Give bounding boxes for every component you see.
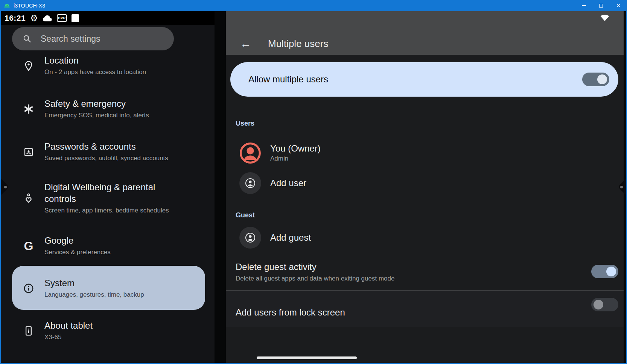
location-pin-icon — [20, 60, 38, 71]
window-controls: ✕ — [575, 0, 627, 11]
add-user-avatar — [239, 172, 261, 194]
android-app-icon — [4, 3, 10, 9]
left-edge-handle-dot — [4, 186, 7, 188]
remote-screen-window: i3TOUCH-X3 ✕ 16:21 ⚙ DVR Search settings — [0, 0, 627, 364]
allow-multiple-users-label: Allow multiple users — [248, 74, 328, 85]
search-placeholder: Search settings — [41, 34, 100, 44]
sidebar-item-subtitle: Saved passwords, autofill, synced accoun… — [44, 153, 168, 163]
multiple-users-panel: ← Multiple users Allow multiple users Us… — [226, 11, 624, 363]
android-status-bar: 16:21 ⚙ DVR — [0, 11, 215, 25]
clock: 16:21 — [5, 14, 26, 23]
sidebar-item-title: Digital Wellbeing & parental controls — [44, 181, 187, 205]
sidebar-item-google[interactable]: G Google Services & preferences — [20, 235, 205, 257]
sidebar-item-title: Passwords & accounts — [44, 141, 168, 152]
owner-title: You (Owner) — [270, 143, 321, 154]
sidebar-item-subtitle: Screen time, app timers, bedtime schedul… — [44, 206, 187, 215]
sidebar-item-subtitle: X3-65 — [44, 332, 93, 342]
lock-screen-section[interactable]: Add users from lock screen — [226, 291, 624, 327]
sidebar-item-subtitle: Languages, gestures, time, backup — [44, 290, 144, 299]
google-g-icon: G — [20, 240, 38, 252]
owner-avatar — [239, 142, 261, 164]
window-title: i3TOUCH-X3 — [14, 3, 45, 9]
add-user-label: Add user — [270, 177, 306, 189]
allow-multiple-users-row[interactable]: Allow multiple users — [230, 62, 618, 97]
toggle-knob — [594, 300, 603, 309]
delete-guest-activity-toggle[interactable] — [591, 265, 618, 278]
sidebar-item-location[interactable]: Location On - 2 apps have access to loca… — [20, 55, 205, 77]
info-circle-icon — [20, 283, 38, 294]
sidebar-item-subtitle: Emergency SOS, medical info, alerts — [44, 111, 149, 120]
settings-sidebar: 16:21 ⚙ DVR Search settings — [0, 11, 215, 363]
sidebar-item-subtitle: Services & preferences — [44, 247, 111, 257]
add-users-lock-screen-title: Add users from lock screen — [236, 306, 627, 318]
guest-section-header: Guest — [236, 211, 255, 219]
sidebar-item-title: Google — [44, 235, 111, 246]
navigation-handle[interactable] — [257, 356, 357, 359]
owner-user-row[interactable]: You (Owner) Admin — [239, 142, 321, 164]
sidebar-item-title: Location — [44, 55, 146, 66]
toggle-knob — [606, 267, 616, 276]
search-input[interactable]: Search settings — [12, 27, 174, 50]
owner-subtitle: Admin — [270, 154, 321, 163]
close-icon: ✕ — [616, 3, 621, 8]
sidebar-item-digital-wellbeing[interactable]: Digital Wellbeing & parental controls Sc… — [20, 181, 205, 215]
tablet-info-icon — [20, 325, 38, 337]
sidebar-item-title: About tablet — [44, 320, 93, 331]
delete-guest-activity-subtitle: Delete all guest apps and data when exit… — [236, 274, 574, 284]
window-titlebar: i3TOUCH-X3 ✕ — [0, 0, 627, 11]
minimize-button[interactable] — [575, 0, 592, 11]
close-button[interactable]: ✕ — [610, 0, 627, 11]
add-user-row[interactable]: Add user — [239, 172, 306, 194]
users-section-header: Users — [236, 120, 254, 127]
sidebar-item-about-tablet[interactable]: About tablet X3-65 — [20, 320, 205, 342]
sidebar-item-title: Safety & emergency — [44, 98, 149, 109]
maximize-button[interactable] — [592, 0, 610, 11]
allow-multiple-users-toggle[interactable] — [582, 73, 609, 86]
asterisk-icon — [20, 103, 38, 115]
add-guest-avatar — [239, 227, 261, 249]
page-header: ← Multiple users — [226, 11, 624, 55]
page-title: Multiple users — [268, 38, 328, 50]
dvr-badge-icon: DVR — [57, 14, 67, 22]
id-badge-icon — [20, 146, 38, 158]
add-users-lock-screen-toggle[interactable] — [591, 298, 618, 311]
toggle-knob — [597, 74, 607, 84]
sidebar-item-subtitle: On - 2 apps have access to location — [44, 67, 146, 77]
window-border-left — [0, 11, 1, 364]
wellbeing-heart-icon — [20, 193, 38, 204]
add-guest-label: Add guest — [270, 232, 311, 243]
cloud-icon — [43, 15, 52, 21]
minimize-icon — [582, 5, 586, 6]
screen-square-icon — [72, 14, 79, 22]
right-edge-handle-dot — [620, 186, 623, 188]
delete-guest-activity-title: Delete guest activity — [236, 261, 574, 273]
maximize-icon — [599, 4, 603, 8]
search-icon — [23, 34, 32, 43]
back-button[interactable]: ← — [239, 36, 253, 51]
add-guest-row[interactable]: Add guest — [239, 227, 311, 249]
sidebar-item-title: System — [44, 277, 144, 289]
wifi-icon — [600, 13, 610, 22]
sidebar-item-safety-emergency[interactable]: Safety & emergency Emergency SOS, medica… — [20, 98, 205, 120]
sidebar-item-system[interactable]: System Languages, gestures, time, backup — [20, 277, 205, 299]
delete-guest-activity-row[interactable]: Delete guest activity Delete all guest a… — [236, 261, 574, 284]
sidebar-item-passwords-accounts[interactable]: Passwords & accounts Saved passwords, au… — [20, 141, 205, 163]
settings-gear-icon: ⚙ — [30, 14, 38, 23]
